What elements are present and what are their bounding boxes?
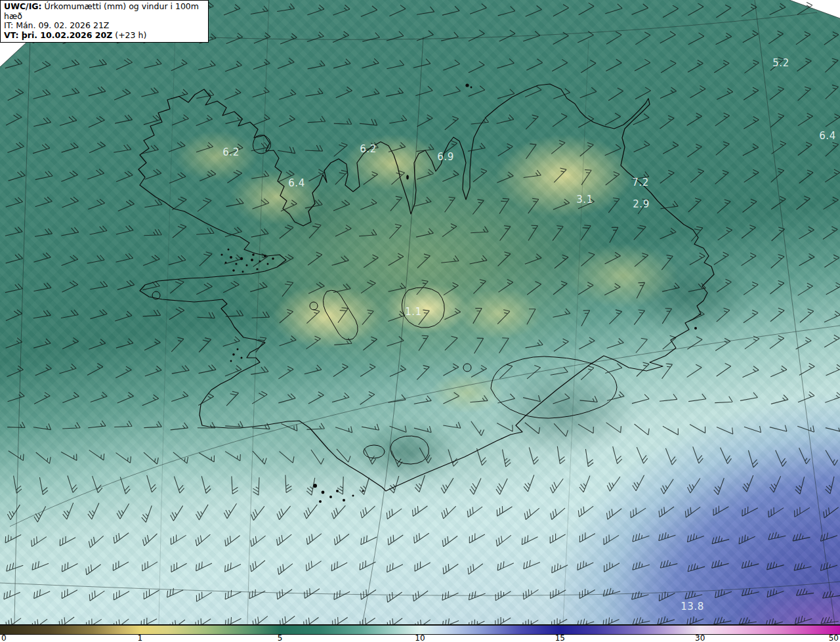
precip-max-label: 6.4: [288, 177, 304, 189]
weather-map-product: 5.26.46.26.46.26.93.17.22.91.113.8 UWC/I…: [0, 0, 840, 642]
valid-time-line: VT: þri. 10.02.2026 20Z (+23 h): [4, 31, 205, 41]
wind-barbs: [4, 2, 840, 624]
init-time-line: IT: Mán. 09. 02. 2026 21Z: [4, 21, 205, 31]
precip-max-label: 5.2: [772, 57, 789, 69]
lead-time: (+23 h): [115, 30, 146, 40]
colorbar: 01510153050: [0, 625, 840, 642]
map-area: 5.26.46.26.46.26.93.17.22.91.113.8 UWC/I…: [0, 0, 840, 625]
colorbar-tick-label: 5: [278, 634, 283, 642]
precip-max-label: 7.2: [632, 177, 648, 188]
valid-time: VT: þri. 10.02.2026 20Z: [4, 30, 112, 40]
product-code: UWC/IG:: [4, 1, 42, 11]
precip-max-label: 6.4: [819, 130, 835, 142]
colorbar-tick-label: 30: [695, 634, 705, 642]
precip-max-label: 13.8: [681, 601, 704, 612]
title-line-product: UWC/IG: Úrkomumætti (mm) og vindur i 100…: [4, 2, 205, 21]
colorbar-tick-label: 50: [829, 634, 839, 642]
precip-max-label: 2.9: [633, 198, 649, 210]
title-box: UWC/IG: Úrkomumætti (mm) og vindur i 100…: [0, 0, 209, 43]
colorbar-tick-label: 1: [138, 634, 143, 642]
precip-max-label: 6.2: [222, 146, 239, 158]
colorbar-tick-labels: 01510153050: [0, 634, 840, 642]
colorbar-tick-label: 0: [1, 634, 7, 642]
precip-max-label: 1.1: [405, 306, 421, 318]
precip-max-label: 6.9: [437, 151, 453, 163]
precip-max-label: 6.2: [360, 143, 376, 155]
precip-max-label: 3.1: [576, 194, 593, 205]
colorbar-tick-label: 15: [555, 634, 565, 642]
colorbar-tick-label: 10: [415, 634, 425, 642]
